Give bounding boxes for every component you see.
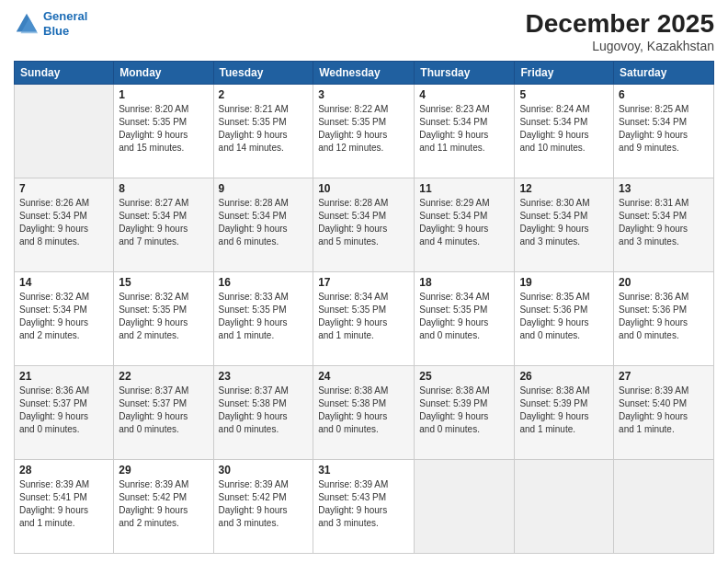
day-number: 15 <box>119 276 208 289</box>
day-info: Sunrise: 8:34 AMSunset: 5:35 PMDaylight:… <box>419 291 509 342</box>
day-number: 2 <box>219 88 309 101</box>
calendar-cell: 8Sunrise: 8:27 AMSunset: 5:34 PMDaylight… <box>114 178 213 272</box>
day-info: Sunrise: 8:30 AMSunset: 5:34 PMDaylight:… <box>519 197 609 248</box>
day-number: 28 <box>19 464 108 477</box>
calendar-header-sunday: Sunday <box>15 62 114 85</box>
day-number: 9 <box>219 182 309 195</box>
calendar-cell: 30Sunrise: 8:39 AMSunset: 5:42 PMDayligh… <box>213 460 313 554</box>
day-number: 12 <box>519 182 609 195</box>
calendar-cell: 13Sunrise: 8:31 AMSunset: 5:34 PMDayligh… <box>614 178 714 272</box>
calendar-cell: 19Sunrise: 8:35 AMSunset: 5:36 PMDayligh… <box>515 272 614 366</box>
day-number: 17 <box>318 276 409 289</box>
day-info: Sunrise: 8:34 AMSunset: 5:35 PMDaylight:… <box>318 291 409 342</box>
day-number: 5 <box>519 88 609 101</box>
day-info: Sunrise: 8:27 AMSunset: 5:34 PMDaylight:… <box>119 197 208 248</box>
day-number: 11 <box>419 182 509 195</box>
day-number: 30 <box>219 464 309 477</box>
day-number: 3 <box>318 88 409 101</box>
calendar-cell: 28Sunrise: 8:39 AMSunset: 5:41 PMDayligh… <box>15 460 114 554</box>
calendar-cell: 15Sunrise: 8:32 AMSunset: 5:35 PMDayligh… <box>114 272 213 366</box>
calendar-week-4: 28Sunrise: 8:39 AMSunset: 5:41 PMDayligh… <box>15 460 714 554</box>
day-number: 10 <box>318 182 409 195</box>
calendar: SundayMondayTuesdayWednesdayThursdayFrid… <box>14 61 714 554</box>
calendar-cell: 12Sunrise: 8:30 AMSunset: 5:34 PMDayligh… <box>515 178 614 272</box>
calendar-header-wednesday: Wednesday <box>313 62 415 85</box>
day-number: 27 <box>619 370 709 383</box>
day-info: Sunrise: 8:31 AMSunset: 5:34 PMDaylight:… <box>619 197 709 248</box>
calendar-cell: 3Sunrise: 8:22 AMSunset: 5:35 PMDaylight… <box>313 85 415 178</box>
logo-icon <box>14 11 40 37</box>
day-info: Sunrise: 8:36 AMSunset: 5:37 PMDaylight:… <box>19 385 108 436</box>
calendar-header-tuesday: Tuesday <box>213 62 313 85</box>
day-number: 24 <box>318 370 409 383</box>
day-number: 21 <box>19 370 108 383</box>
day-info: Sunrise: 8:21 AMSunset: 5:35 PMDaylight:… <box>219 103 309 155</box>
day-info: Sunrise: 8:32 AMSunset: 5:34 PMDaylight:… <box>19 291 108 342</box>
calendar-cell: 6Sunrise: 8:25 AMSunset: 5:34 PMDaylight… <box>614 85 714 178</box>
calendar-header-saturday: Saturday <box>614 62 714 85</box>
calendar-cell: 16Sunrise: 8:33 AMSunset: 5:35 PMDayligh… <box>213 272 313 366</box>
title-block: December 2025 Lugovoy, Kazakhstan <box>526 9 714 53</box>
day-number: 14 <box>19 276 108 289</box>
day-info: Sunrise: 8:26 AMSunset: 5:34 PMDaylight:… <box>19 197 108 248</box>
calendar-cell: 24Sunrise: 8:38 AMSunset: 5:38 PMDayligh… <box>313 366 415 460</box>
day-info: Sunrise: 8:37 AMSunset: 5:37 PMDaylight:… <box>119 385 208 436</box>
day-number: 29 <box>119 464 208 477</box>
day-info: Sunrise: 8:23 AMSunset: 5:34 PMDaylight:… <box>419 103 509 155</box>
calendar-cell: 29Sunrise: 8:39 AMSunset: 5:42 PMDayligh… <box>114 460 213 554</box>
calendar-header-monday: Monday <box>114 62 213 85</box>
day-info: Sunrise: 8:35 AMSunset: 5:36 PMDaylight:… <box>519 291 609 342</box>
day-info: Sunrise: 8:39 AMSunset: 5:42 PMDaylight:… <box>119 478 208 530</box>
day-info: Sunrise: 8:33 AMSunset: 5:35 PMDaylight:… <box>219 291 309 342</box>
calendar-cell: 14Sunrise: 8:32 AMSunset: 5:34 PMDayligh… <box>15 272 114 366</box>
calendar-cell <box>614 460 714 554</box>
calendar-cell: 4Sunrise: 8:23 AMSunset: 5:34 PMDaylight… <box>415 85 515 178</box>
day-number: 8 <box>119 182 208 195</box>
calendar-cell: 31Sunrise: 8:39 AMSunset: 5:43 PMDayligh… <box>313 460 415 554</box>
day-info: Sunrise: 8:36 AMSunset: 5:36 PMDaylight:… <box>619 291 709 342</box>
main-title: December 2025 <box>526 9 714 39</box>
day-info: Sunrise: 8:39 AMSunset: 5:42 PMDaylight:… <box>219 478 309 530</box>
day-info: Sunrise: 8:39 AMSunset: 5:40 PMDaylight:… <box>619 385 709 436</box>
day-number: 20 <box>619 276 709 289</box>
day-info: Sunrise: 8:29 AMSunset: 5:34 PMDaylight:… <box>419 197 509 248</box>
day-number: 4 <box>419 88 509 101</box>
day-number: 16 <box>219 276 309 289</box>
calendar-cell: 21Sunrise: 8:36 AMSunset: 5:37 PMDayligh… <box>15 366 114 460</box>
day-info: Sunrise: 8:38 AMSunset: 5:39 PMDaylight:… <box>419 385 509 436</box>
calendar-cell <box>515 460 614 554</box>
day-number: 7 <box>19 182 108 195</box>
day-number: 22 <box>119 370 208 383</box>
day-number: 25 <box>419 370 509 383</box>
calendar-cell: 18Sunrise: 8:34 AMSunset: 5:35 PMDayligh… <box>415 272 515 366</box>
calendar-cell: 10Sunrise: 8:28 AMSunset: 5:34 PMDayligh… <box>313 178 415 272</box>
calendar-cell: 25Sunrise: 8:38 AMSunset: 5:39 PMDayligh… <box>415 366 515 460</box>
day-info: Sunrise: 8:32 AMSunset: 5:35 PMDaylight:… <box>119 291 208 342</box>
calendar-week-2: 14Sunrise: 8:32 AMSunset: 5:34 PMDayligh… <box>15 272 714 366</box>
calendar-cell: 27Sunrise: 8:39 AMSunset: 5:40 PMDayligh… <box>614 366 714 460</box>
calendar-cell: 5Sunrise: 8:24 AMSunset: 5:34 PMDaylight… <box>515 85 614 178</box>
calendar-cell: 11Sunrise: 8:29 AMSunset: 5:34 PMDayligh… <box>415 178 515 272</box>
calendar-cell <box>15 85 114 178</box>
calendar-cell: 17Sunrise: 8:34 AMSunset: 5:35 PMDayligh… <box>313 272 415 366</box>
day-number: 26 <box>519 370 609 383</box>
logo-text: General Blue <box>43 9 87 38</box>
day-info: Sunrise: 8:25 AMSunset: 5:34 PMDaylight:… <box>619 103 709 155</box>
day-number: 1 <box>119 88 208 101</box>
day-info: Sunrise: 8:22 AMSunset: 5:35 PMDaylight:… <box>318 103 409 155</box>
header: General Blue December 2025 Lugovoy, Kaza… <box>14 9 714 53</box>
calendar-cell <box>415 460 515 554</box>
calendar-header-thursday: Thursday <box>415 62 515 85</box>
calendar-cell: 7Sunrise: 8:26 AMSunset: 5:34 PMDaylight… <box>15 178 114 272</box>
day-number: 6 <box>619 88 709 101</box>
day-info: Sunrise: 8:28 AMSunset: 5:34 PMDaylight:… <box>318 197 409 248</box>
calendar-cell: 20Sunrise: 8:36 AMSunset: 5:36 PMDayligh… <box>614 272 714 366</box>
day-number: 19 <box>519 276 609 289</box>
day-info: Sunrise: 8:28 AMSunset: 5:34 PMDaylight:… <box>219 197 309 248</box>
day-info: Sunrise: 8:37 AMSunset: 5:38 PMDaylight:… <box>219 385 309 436</box>
calendar-week-3: 21Sunrise: 8:36 AMSunset: 5:37 PMDayligh… <box>15 366 714 460</box>
logo: General Blue <box>14 9 87 38</box>
day-info: Sunrise: 8:38 AMSunset: 5:39 PMDaylight:… <box>519 385 609 436</box>
page: General Blue December 2025 Lugovoy, Kaza… <box>0 0 728 563</box>
calendar-cell: 22Sunrise: 8:37 AMSunset: 5:37 PMDayligh… <box>114 366 213 460</box>
